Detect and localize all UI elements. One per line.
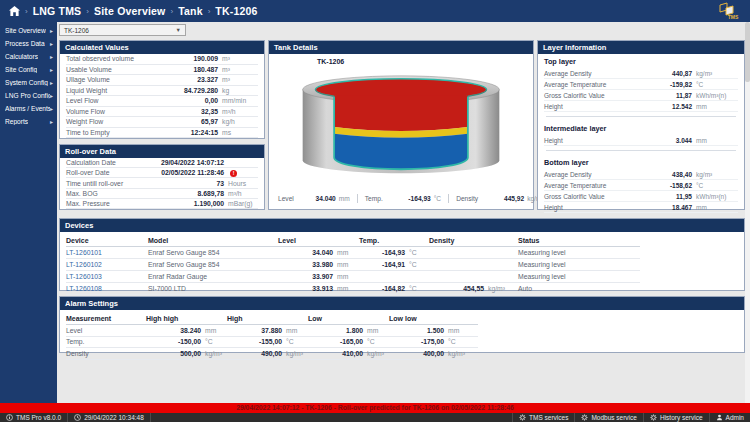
sidebar-item-site-overview[interactable]: Site Overview▸ <box>0 24 57 37</box>
calculated-values-body: Total observed volume190.009m³ Usable Vo… <box>60 54 264 138</box>
divider <box>357 194 358 203</box>
alarm-settings-table: Measurement High high High Low Low low L… <box>66 312 478 360</box>
kv-row: Max. Pressure1.190,000mBar(g) <box>66 199 258 209</box>
sidebar-item-reports[interactable]: Reports▸ <box>0 115 57 128</box>
kv-row: Roll-over Date02/05/2022 11:28:46! <box>66 168 258 178</box>
user-icon <box>716 414 723 421</box>
breadcrumb-separator: › <box>25 7 28 16</box>
scrollbar[interactable] <box>745 22 750 403</box>
rollover-data-panel: Roll-over Data Calculation Date29/04/202… <box>59 144 265 210</box>
table-row: Density 500,00kg/m³ 490,00kg/m³ 410,00kg… <box>66 348 478 360</box>
kv-row: Height3.044mm <box>544 135 738 146</box>
rollover-body: Calculation Date29/04/2022 14:07:12 Roll… <box>60 158 264 209</box>
chevron-right-icon: ▸ <box>50 118 53 125</box>
alarm-banner[interactable]: 29/04/2022 14:07:12 - TK-1206 - Roll-ove… <box>0 403 750 413</box>
kv-row: Average Density440,87kg/m³ <box>544 68 738 79</box>
chevron-right-icon: ▸ <box>50 27 53 34</box>
device-link[interactable]: LT-1260102 <box>66 261 148 268</box>
panel-title: Roll-over Data <box>60 145 264 158</box>
table-row: LT-1260103 Enraf Radar Gauge 33.907mm Me… <box>66 271 640 283</box>
info-icon <box>6 414 13 421</box>
status-bar: TMS Pro v8.0.0 29/04/2022 10:34:48 TMS s… <box>0 413 750 422</box>
history-service-button[interactable]: History service <box>643 413 709 422</box>
layer-information-body: Top layer Average Density440,87kg/m³ Ave… <box>538 54 744 213</box>
top-bar: › LNG TMS › Site Overview › Tank › TK-12… <box>0 0 750 22</box>
table-row: LT-1260101 Enraf Servo Gauge 854 34.040m… <box>66 247 640 259</box>
sidebar-nav: Site Overview▸ Process Data▸ Calculators… <box>0 22 57 403</box>
kv-row: Total observed volume190.009m³ <box>66 54 258 65</box>
panel-title: Alarm Settings <box>60 297 744 310</box>
app-version: TMS Pro v8.0.0 <box>0 413 68 422</box>
table-row: LT-1260102 Enraf Servo Gauge 854 33.980m… <box>66 259 640 271</box>
kv-row: Height18.467mm <box>544 202 738 213</box>
system-clock: 29/04/2022 10:34:48 <box>68 413 151 422</box>
scrollbar-thumb[interactable] <box>745 22 750 82</box>
device-link[interactable]: LT-1260103 <box>66 273 148 280</box>
rollover-alarm-badge-icon: ! <box>230 170 237 177</box>
device-link[interactable]: LT-1260101 <box>66 249 148 256</box>
gear-icon <box>581 414 588 421</box>
tank-name-label: TK-1206 <box>317 58 344 65</box>
divider <box>448 194 449 203</box>
chevron-right-icon: ▸ <box>50 105 53 112</box>
divider <box>546 150 736 151</box>
breadcrumb-item-tank[interactable]: Tank <box>178 5 203 17</box>
sidebar-item-calculators[interactable]: Calculators▸ <box>0 50 57 63</box>
devices-panel: Devices Device Model Level Temp. Density… <box>59 218 745 291</box>
kv-row: Ullage Volume23.327m³ <box>66 75 258 86</box>
breadcrumb-item-site-overview[interactable]: Site Overview <box>94 5 165 17</box>
kv-row: Gross Calorific Value11,87kWh/m³(n) <box>544 90 738 101</box>
breadcrumb-separator: › <box>86 7 89 16</box>
panel-title: Calculated Values <box>60 41 264 54</box>
svg-text:TMS: TMS <box>728 14 739 20</box>
kv-row: Average Temperature-158,62°C <box>544 180 738 191</box>
breadcrumb-separator: › <box>208 7 211 16</box>
panel-title: Devices <box>60 219 744 232</box>
home-icon[interactable] <box>9 6 20 16</box>
kv-row: Height12.542mm <box>544 101 738 112</box>
calculated-values-panel: Calculated Values Total observed volume1… <box>59 40 265 139</box>
kv-row: Max. BOG8.689,78m³/h <box>66 189 258 199</box>
breadcrumb-separator: › <box>170 7 173 16</box>
sidebar-item-site-config[interactable]: Site Config▸ <box>0 63 57 76</box>
top-layer-section: Top layer Average Density440,87kg/m³ Ave… <box>538 54 744 112</box>
tank-stats-row: Level34.040mm Temp.-164,93°C Density445,… <box>278 194 544 203</box>
kv-row: Weight Flow65,97kg/h <box>66 117 258 128</box>
gear-icon <box>650 414 657 421</box>
chevron-right-icon: ▸ <box>50 92 53 99</box>
breadcrumb-item-root[interactable]: LNG TMS <box>33 5 82 17</box>
kv-row: Time untill roll-over73Hours <box>66 178 258 188</box>
table-row: Level 38.240mm 37.880mm 1.800mm 1.500mm <box>66 325 478 337</box>
tank-selector[interactable]: TK-1206 ▼ <box>59 24 186 36</box>
chevron-right-icon: ▸ <box>50 79 53 86</box>
sidebar-item-system-config[interactable]: System Config▸ <box>0 76 57 89</box>
kv-row: Liquid Weight84.729.280kg <box>66 86 258 97</box>
alarm-table-header: Measurement High high High Low Low low <box>66 312 478 325</box>
breadcrumb-item-tk1206[interactable]: TK-1206 <box>215 5 257 17</box>
tank-3d-visualization <box>286 66 516 184</box>
sidebar-item-process-data[interactable]: Process Data▸ <box>0 37 57 50</box>
tms-services-button[interactable]: TMS services <box>512 413 574 422</box>
layer-information-panel: Layer Information Top layer Average Dens… <box>537 40 745 210</box>
divider <box>546 116 736 117</box>
device-link[interactable]: LT-1260108 <box>66 285 148 292</box>
tank-details-body: TK-1206 <box>269 54 533 209</box>
chevron-right-icon: ▸ <box>50 53 53 60</box>
sidebar-item-lng-pro-config[interactable]: LNG Pro Config▸ <box>0 89 57 102</box>
panel-title: Layer Information <box>538 41 744 54</box>
kv-row: Level Flow0,00mm/min <box>66 96 258 107</box>
sidebar-item-alarms-events[interactable]: Alarms / Events▸ <box>0 102 57 115</box>
kv-row: Average Temperature-159,82°C <box>544 79 738 90</box>
table-row: Temp. -150,00°C -155,00°C -165,00°C -175… <box>66 337 478 349</box>
admin-user-button[interactable]: Admin <box>709 413 750 422</box>
chevron-right-icon: ▸ <box>50 40 53 47</box>
tank-details-panel: Tank Details TK-1206 <box>268 40 534 210</box>
panel-title: Tank Details <box>269 41 533 54</box>
table-row: LT-1260108 SI-7000 LTD 33.913mm -164,82°… <box>66 283 640 295</box>
lng-tms-logo-icon: TMS <box>714 2 744 24</box>
app-window: › LNG TMS › Site Overview › Tank › TK-12… <box>0 0 750 422</box>
modbus-service-button[interactable]: Modbus service <box>574 413 643 422</box>
kv-row: Average Density438,40kg/m³ <box>544 169 738 180</box>
kv-row: Usable Volume180.487m³ <box>66 65 258 76</box>
clock-icon <box>74 414 81 421</box>
